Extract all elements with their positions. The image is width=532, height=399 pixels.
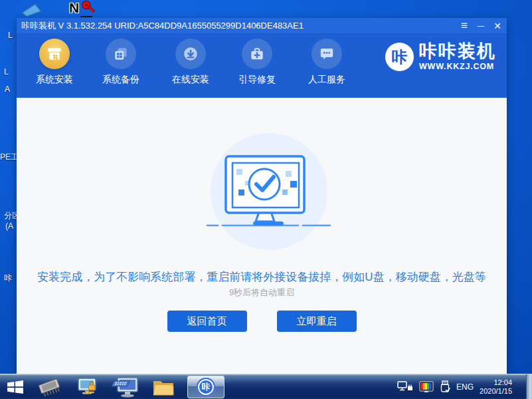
remote-desktop-taskbar-icon[interactable] [112, 376, 139, 398]
memory-chip-icon [36, 377, 64, 397]
windows-flag-icon [7, 380, 24, 394]
download-icon [182, 45, 199, 63]
main-content: 安装完成，为了不影响系统部署，重启前请将外接设备拔掉，例如U盘，移动硬盘，光盘等… [17, 98, 507, 374]
chat-bubble-icon [318, 45, 335, 63]
chip-taskbar-icon[interactable] [36, 377, 64, 397]
desktop-icon-label-fragment: PE工 [0, 152, 17, 162]
window-title: 咔咔装机 V 3.1.532.254 URID:A5C84DD9A1655055… [17, 20, 304, 32]
show-desktop-button[interactable] [526, 374, 532, 399]
restart-countdown: 9秒后将自动重启 [17, 287, 507, 299]
nav-item-human-service[interactable]: 人工服务 [297, 33, 357, 86]
usb-tray-icon[interactable] [440, 380, 450, 394]
taskbar-left: 咔 [0, 374, 224, 399]
window-controls: ≡ ─ ✕ [459, 21, 507, 31]
backup-copies-icon [112, 45, 130, 63]
screen-lock-taskbar-icon[interactable] [76, 377, 100, 397]
language-indicator[interactable]: ENG [456, 382, 474, 392]
nav-item-label: 系统安装 [25, 74, 84, 86]
nav-item-boot-repair[interactable]: 引导修复 [227, 33, 287, 86]
ntpwedit-desktop-icon[interactable]: N [69, 0, 96, 19]
start-button[interactable] [7, 380, 24, 394]
nav-item-system-backup[interactable]: 系统备份 [91, 33, 151, 86]
install-box-icon [46, 45, 63, 63]
network-tray-icon[interactable] [397, 380, 413, 393]
brand-url: WWW.KKZJ.COM [419, 62, 496, 71]
display-color-tray-icon[interactable] [419, 381, 434, 393]
kaka-app-glyph: 咔 [202, 381, 211, 393]
tray-time: 12:04 [480, 378, 512, 387]
close-icon[interactable]: ✕ [492, 21, 503, 31]
nav-item-label: 在线安装 [161, 74, 221, 86]
folder-taskbar-icon[interactable] [151, 377, 175, 397]
restart-now-button[interactable]: 立即重启 [277, 311, 357, 332]
taskbar: 咔 [0, 374, 532, 399]
screen: N L L A PE工 分区 (A 咔 咔咔装机 V 3.1.532.254 U… [0, 0, 532, 399]
tray-date: 2020/1/15 [480, 387, 512, 396]
nav-item-label: 系统备份 [91, 74, 151, 86]
brand-badge-icon: 咔 [385, 43, 414, 71]
app-window: 咔咔装机 V 3.1.532.254 URID:A5C84DD9A1655055… [17, 18, 507, 374]
nav-item-label: 引导修复 [227, 74, 287, 86]
minimize-icon[interactable]: ─ [476, 21, 486, 31]
folder-icon [151, 377, 175, 397]
menu-icon[interactable]: ≡ [459, 21, 470, 31]
red-key-icon [76, 0, 96, 19]
clock[interactable]: 12:04 2020/1/15 [480, 378, 512, 396]
display-icon [17, 2, 44, 18]
kaka-taskbar-button[interactable]: 咔 [187, 376, 224, 398]
titlebar: 咔咔装机 V 3.1.532.254 URID:A5C84DD9A1655055… [17, 18, 507, 33]
button-row: 返回首页 立即重启 [17, 311, 507, 332]
completion-message: 安装完成，为了不影响系统部署，重启前请将外接设备拔掉，例如U盘，移动硬盘，光盘等 [17, 269, 507, 285]
repair-kit-icon [248, 45, 266, 63]
nav-item-online-install[interactable]: 在线安装 [161, 33, 221, 86]
monitor-lock-icon [76, 377, 100, 397]
install-complete-illustration [183, 115, 355, 268]
brand-logo: 咔 咔咔装机 WWW.KKZJ.COM [385, 41, 496, 71]
system-tray: ENG 12:04 2020/1/15 [397, 374, 532, 399]
nav-bar: 系统安装 系统备份 [17, 33, 507, 98]
back-home-button[interactable]: 返回首页 [167, 311, 247, 332]
brand-name: 咔咔装机 [419, 41, 496, 61]
monitor-keyboard-icon [112, 376, 139, 398]
nav-item-label: 人工服务 [297, 74, 357, 86]
kaka-app-icon: 咔 [197, 378, 215, 396]
nav-item-system-install[interactable]: 系统安装 [25, 33, 84, 86]
